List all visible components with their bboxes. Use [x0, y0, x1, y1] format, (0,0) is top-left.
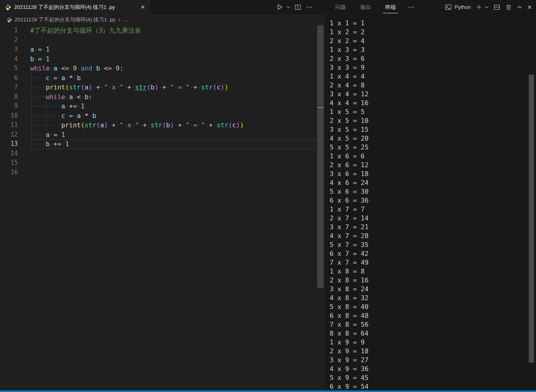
- code-token: *: [69, 74, 73, 82]
- terminal-scrollbar[interactable]: [529, 75, 534, 363]
- code-line[interactable]: 1#了不起的分支与循环（3）九九乘法表: [0, 26, 317, 35]
- title-tab-bar: 20211128 了不起的分支与循环(4) 练习1 .py ✕ ⋯ 问题输出终端…: [0, 0, 536, 14]
- code-line[interactable]: 12····a·=·1: [0, 130, 317, 140]
- code-token: ·: [92, 83, 96, 91]
- code-token: ·: [34, 46, 38, 53]
- code-token: ·: [89, 112, 93, 120]
- line-number[interactable]: 8: [0, 92, 18, 102]
- code-token: (: [65, 83, 69, 91]
- line-number[interactable]: 12: [0, 130, 18, 140]
- line-number[interactable]: 2: [0, 35, 18, 45]
- code-editor[interactable]: 1#了不起的分支与循环（3）九九乘法表23a·=·14b·=·15while·a…: [0, 25, 317, 390]
- line-number[interactable]: 14: [0, 149, 18, 159]
- code-token: ": [201, 121, 205, 129]
- maximize-panel-chevron-up-icon[interactable]: [517, 0, 522, 14]
- code-line[interactable]: 15: [0, 158, 317, 168]
- code-line[interactable]: 2: [0, 35, 317, 45]
- line-number[interactable]: 9: [0, 102, 18, 111]
- editor-more-actions-button[interactable]: ⋯: [304, 0, 315, 14]
- code-line[interactable]: 3a·=·1: [0, 45, 317, 54]
- code-line[interactable]: 4b·=·1: [0, 54, 317, 64]
- code-token: b: [30, 55, 34, 63]
- code-token: <=: [61, 64, 69, 72]
- code-token: ····: [30, 140, 46, 148]
- code-token: =: [54, 74, 58, 82]
- code-token: a: [85, 83, 89, 91]
- code-token: c: [217, 83, 221, 91]
- code-token: =: [69, 112, 73, 120]
- panel-tab-output[interactable]: 输出: [359, 0, 372, 14]
- code-token: ····: [30, 93, 46, 101]
- code-line[interactable]: 6····c·=·a·*·b: [0, 73, 317, 83]
- code-token: ·: [189, 83, 193, 91]
- code-token: ·: [65, 74, 69, 82]
- code-token: ·: [116, 121, 120, 129]
- run-dropdown-chevron-icon[interactable]: [285, 0, 292, 14]
- terminal-dropdown-chevron-icon[interactable]: [485, 0, 488, 14]
- panel-tab-problems[interactable]: 问题: [334, 0, 347, 14]
- tab-title: 20211128 了不起的分支与循环(4) 练习1 .py: [14, 4, 115, 11]
- terminal-output[interactable]: 1 x 1 = 11 x 2 = 22 x 2 = 41 x 3 = 32 x …: [325, 14, 536, 390]
- code-token: ·: [197, 121, 201, 129]
- kill-terminal-trash-icon[interactable]: [505, 0, 512, 14]
- code-token: c: [232, 121, 236, 129]
- code-text: ····b·+=·1: [30, 139, 69, 149]
- code-line[interactable]: 10········c·=·a·*·b: [0, 111, 317, 121]
- line-number[interactable]: 11: [0, 120, 18, 130]
- run-button[interactable]: [275, 0, 285, 14]
- code-token: ·: [174, 121, 178, 129]
- code-line[interactable]: 16: [0, 168, 317, 178]
- code-line[interactable]: 9········a·+=·1: [0, 102, 317, 111]
- code-token: *: [85, 112, 89, 120]
- line-number[interactable]: 13: [0, 139, 18, 149]
- code-text: ····a·=·1: [30, 130, 65, 140]
- line-number[interactable]: 3: [0, 45, 18, 54]
- editor-scrollbar-thumb[interactable]: [317, 25, 324, 288]
- code-token: ": [120, 121, 124, 129]
- breadcrumb-file[interactable]: 20211128 了不起的分支与循环(4) 练习1 .py: [15, 16, 115, 23]
- line-number[interactable]: 6: [0, 73, 18, 83]
- code-line[interactable]: 7····print(str(a)·+·"·x·"·+·str(b)·+·"·=…: [0, 83, 317, 92]
- tab-close-icon[interactable]: ✕: [141, 4, 145, 10]
- line-number[interactable]: 5: [0, 64, 18, 73]
- code-token: ·: [50, 74, 54, 82]
- terminal-line: 2 x 7 = 14: [330, 214, 536, 223]
- line-number[interactable]: 16: [0, 168, 18, 178]
- code-token: 1: [65, 140, 69, 148]
- terminal-line: 1 x 4 = 4: [330, 72, 536, 81]
- code-token: =: [178, 83, 182, 91]
- code-token: ·: [57, 131, 61, 139]
- code-token: (: [96, 121, 100, 129]
- line-number[interactable]: 10: [0, 111, 18, 121]
- code-token: ·: [205, 121, 209, 129]
- code-token: (: [81, 83, 85, 91]
- line-number[interactable]: 15: [0, 158, 18, 168]
- code-token: ·: [61, 140, 65, 148]
- new-terminal-button[interactable]: [476, 0, 482, 14]
- panel-tab-terminal[interactable]: 终端: [384, 0, 397, 14]
- code-text: ····print(str(a)·+·"·x·"·+·str(b)·+·"·=·…: [30, 83, 229, 92]
- breadcrumb-chevron-icon: ›: [118, 17, 120, 23]
- code-line[interactable]: 13····b·+=·1: [0, 139, 317, 149]
- code-token: ····: [30, 131, 46, 139]
- terminal-line: 5 x 6 = 30: [330, 187, 536, 196]
- panel-more-tabs-button[interactable]: ⋯: [408, 0, 415, 14]
- code-token: b: [166, 121, 170, 129]
- terminal-instance-label[interactable]: Python: [455, 4, 471, 10]
- line-number[interactable]: 4: [0, 54, 18, 64]
- code-line[interactable]: 8····while·a·<·b:: [0, 92, 317, 102]
- split-terminal-button[interactable]: [494, 0, 500, 14]
- close-panel-icon[interactable]: ✕: [527, 4, 532, 10]
- breadcrumb-more[interactable]: ...: [124, 17, 128, 23]
- split-editor-button[interactable]: [292, 0, 304, 14]
- line-number[interactable]: 1: [0, 26, 18, 35]
- editor-scrollbar[interactable]: [317, 25, 324, 390]
- code-line[interactable]: 14: [0, 149, 317, 159]
- code-token: +: [96, 83, 100, 91]
- code-line[interactable]: 5while·a·<=·9·and·b·<=·9:: [0, 64, 317, 73]
- code-line[interactable]: 11········print(str(a)·+·"·x·"·+·str(b)·…: [0, 120, 317, 130]
- line-number[interactable]: 7: [0, 83, 18, 92]
- editor-tab[interactable]: 20211128 了不起的分支与循环(4) 练习1 .py ✕: [0, 0, 150, 14]
- terminal-line: 6 x 7 = 42: [330, 249, 536, 258]
- code-token: ): [236, 121, 240, 129]
